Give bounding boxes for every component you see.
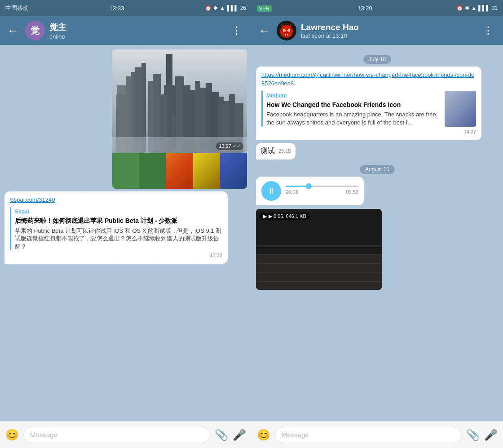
audio-progress-bar[interactable] (286, 186, 358, 187)
img-cell-green1 (112, 153, 139, 189)
medium-link-url[interactable]: https://medium.com/@caitlinwinner/how-we… (261, 71, 476, 88)
video-thumb[interactable]: ▶ ▶ 0:06, 646.1 KB (256, 209, 382, 290)
avatar-svg (277, 21, 296, 40)
left-phone-panel: 中国移动 13:33 ⏰ ✱ ▲ ▌▌▌ 26 ← 觉 觉主 online ⋮ (0, 0, 252, 448)
svg-point-30 (284, 31, 285, 32)
right-input-bar: 😊 Message 📎 🎤 (252, 421, 503, 448)
cn-link-time: 13:32 (10, 252, 222, 259)
left-nav-title-group: 觉主 online (49, 22, 224, 40)
battery-label-r: 31 (492, 5, 498, 11)
audio-total-time: 09:53 (346, 189, 358, 196)
right-mic-button[interactable]: 🎤 (484, 429, 498, 441)
medium-link-thumbnail (445, 91, 476, 127)
video-duration: ▶ 0:06, 646.1 KB (269, 213, 306, 219)
left-emoji-button[interactable]: 😊 (5, 429, 19, 441)
audio-times: 00:03 09:53 (286, 189, 358, 196)
cn-link-url[interactable]: Sspai.com/31240 (10, 196, 222, 204)
test-time: 23:15 (278, 148, 291, 154)
medium-link-time: 14:27 (261, 129, 476, 136)
right-chat-area[interactable]: July 10 https://medium.com/@caitlinwinne… (252, 45, 503, 421)
right-message-input[interactable]: Message (275, 427, 462, 443)
left-input-bar: 😊 Message 📎 🎤 (0, 421, 252, 448)
right-more-button[interactable]: ⋮ (480, 23, 498, 38)
bluetooth-icon-r: ✱ (465, 5, 469, 11)
medium-link-source: Medium (266, 93, 287, 99)
svg-rect-34 (287, 34, 288, 35)
test-text: 测试 (260, 146, 275, 156)
test-message: 测试 23:15 (256, 143, 499, 160)
image-time: 13:27 ✓✓ (216, 142, 243, 150)
right-chat-status: last seen at 13:10 (301, 32, 475, 39)
img-cell-green2 (139, 153, 166, 189)
left-time: 13:33 (110, 5, 124, 12)
audio-track: 00:03 09:53 (286, 186, 358, 196)
cn-link-desc: 苹果的 Public Beta 计划可以让你试用 iOS 和 OS X 的测试版… (15, 227, 222, 251)
video-play-icon: ▶ (263, 213, 267, 219)
left-back-button[interactable]: ← (5, 23, 21, 38)
left-avatar: 觉 (25, 21, 45, 40)
right-emoji-button[interactable]: 😊 (257, 429, 270, 441)
right-nav-bar: ← Law (252, 16, 503, 45)
svg-point-32 (286, 32, 287, 34)
right-attach-button[interactable]: 📎 (466, 429, 480, 441)
left-chat-name: 觉主 (49, 22, 224, 33)
left-mic-button[interactable]: 🎤 (233, 429, 246, 441)
svg-point-31 (288, 31, 290, 32)
audio-bubble: ⏸ 00:03 09:53 (256, 177, 364, 205)
medium-link-title: How We Changed the Facebook Friends Icon (266, 101, 440, 109)
left-more-button[interactable]: ⋮ (228, 23, 246, 38)
left-chat-area[interactable]: 13:27 ✓✓ Sspai.com/31240 (0, 45, 252, 421)
right-carrier: VPN (257, 5, 274, 12)
alarm-icon-r: ⏰ (456, 5, 463, 11)
cn-link-source: Sspai (15, 208, 29, 215)
svg-rect-36 (256, 245, 382, 247)
right-phone-panel: VPN 13:20 ⏰ ✱ ▲ ▌▌▌ 31 ← (252, 0, 503, 448)
medium-link-bubble: https://medium.com/@caitlinwinner/how-we… (256, 67, 481, 140)
right-avatar (277, 21, 296, 40)
right-nav-title-group: Lawrence Hao last seen at 13:10 (301, 22, 475, 39)
svg-rect-41 (256, 254, 382, 290)
left-status-icons: ⏰ ✱ ▲ ▌▌▌ 26 (205, 5, 246, 11)
image-collage-bubble: 13:27 ✓✓ (112, 49, 247, 189)
right-back-button[interactable]: ← (257, 23, 272, 38)
cn-link-title: 后悔药来啦！如何彻底退出苹果 Public Beta 计划 - 少数派 (15, 217, 222, 225)
audio-message: ⏸ 00:03 09:53 (256, 177, 499, 205)
signal-icon-r: ▌▌▌ (478, 5, 490, 11)
left-nav-bar: ← 觉 觉主 online ⋮ (0, 16, 252, 45)
left-attach-button[interactable]: 📎 (215, 429, 228, 441)
alarm-icon: ⏰ (205, 5, 212, 11)
right-time: 13:20 (357, 5, 372, 12)
pause-icon: ⏸ (267, 185, 275, 197)
vpn-badge: VPN (257, 5, 272, 12)
img-cell-yellow (193, 153, 220, 189)
wifi-icon-r: ▲ (471, 5, 477, 11)
bluetooth-icon: ✱ (213, 5, 218, 11)
left-input-placeholder: Message (30, 431, 57, 439)
img-cell-blue (220, 153, 247, 189)
audio-fill (286, 186, 308, 187)
right-chat-name: Lawrence Hao (301, 22, 475, 32)
pause-button[interactable]: ⏸ (261, 181, 281, 201)
cn-link-preview: Sspai 后悔药来啦！如何彻底退出苹果 Public Beta 计划 - 少数… (10, 207, 222, 250)
image-collage-message: 13:27 ✓✓ (4, 49, 247, 189)
left-chat-status: online (49, 33, 224, 40)
date-july10: July 10 (256, 55, 499, 63)
left-carrier: 中国移动 (5, 4, 29, 12)
video-message: ▶ ▶ 0:06, 646.1 KB (256, 209, 499, 290)
img-cell-orange (166, 153, 193, 189)
video-content-svg (256, 209, 382, 290)
battery-label: 26 (240, 5, 246, 11)
cn-link-bubble: Sspai.com/31240 Sspai 后悔药来啦！如何彻底退出苹果 Pub… (4, 191, 228, 264)
medium-link-desc: Facebook headquarters is an amazing plac… (266, 111, 440, 126)
right-status-icons: ⏰ ✱ ▲ ▌▌▌ 31 (456, 5, 498, 11)
left-message-input[interactable]: Message (23, 427, 210, 443)
medium-link-preview: Medium How We Changed the Facebook Frien… (261, 91, 476, 127)
date-august10: August 10 (256, 165, 499, 173)
svg-rect-33 (285, 34, 286, 35)
right-input-placeholder: Message (282, 431, 309, 439)
cn-link-message: Sspai.com/31240 Sspai 后悔药来啦！如何彻底退出苹果 Pub… (4, 191, 247, 264)
audio-current-time: 00:03 (286, 189, 298, 196)
signal-icon: ▌▌▌ (227, 5, 238, 11)
image-grid (112, 153, 247, 189)
test-bubble: 测试 23:15 (256, 143, 296, 160)
